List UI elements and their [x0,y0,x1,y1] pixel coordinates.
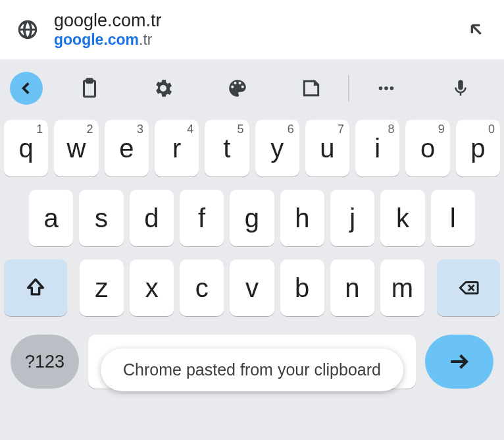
key-j[interactable]: j [330,190,374,246]
globe-icon [13,18,42,41]
sticker-button[interactable] [274,59,348,117]
key-u[interactable]: u7 [305,120,349,177]
omnibox-suggestion-row[interactable]: google.com.tr google.com.tr [0,0,504,59]
svg-point-3 [385,86,389,90]
key-g[interactable]: g [230,190,274,246]
key-t[interactable]: t5 [205,120,249,177]
key-s[interactable]: s [79,190,123,246]
key-row-3: z x c v b n m [4,260,500,316]
suggestion-url: google.com.tr [54,31,462,49]
key-l[interactable]: l [431,190,475,246]
enter-key[interactable] [425,335,493,389]
toolbar-collapse-button[interactable] [10,72,43,105]
key-n[interactable]: n [330,260,374,316]
settings-button[interactable] [126,59,200,117]
key-w[interactable]: w2 [54,120,98,177]
key-o[interactable]: o9 [405,120,449,177]
key-c[interactable]: c [180,260,224,316]
key-v[interactable]: v [230,260,274,316]
more-button[interactable] [349,59,423,117]
backspace-key[interactable] [437,260,500,316]
keyboard-rows: q1 w2 e3 r4 t5 y6 u7 i8 o9 p0 a s d f g … [0,117,504,440]
key-e[interactable]: e3 [105,120,149,177]
voice-input-button[interactable] [424,59,497,117]
svg-point-2 [379,86,383,90]
key-row-2: a s d f g h j k l [4,190,500,246]
shift-key[interactable] [4,260,67,316]
key-x[interactable]: x [130,260,174,316]
svg-point-4 [390,86,394,90]
clipboard-button[interactable] [53,59,126,117]
symbols-key[interactable]: ?123 [11,335,79,389]
key-p[interactable]: p0 [456,120,500,177]
key-y[interactable]: y6 [255,120,299,177]
suggestion-text: google.com.tr google.com.tr [42,11,462,49]
suggestion-title: google.com.tr [54,11,462,31]
key-i[interactable]: i8 [355,120,399,177]
key-r[interactable]: r4 [155,120,199,177]
key-m[interactable]: m [380,260,424,316]
keyboard-toolbar [0,59,504,117]
key-q[interactable]: q1 [4,120,48,177]
virtual-keyboard: q1 w2 e3 r4 t5 y6 u7 i8 o9 p0 a s d f g … [0,59,504,440]
clipboard-toast: Chrome pasted from your clipboard [101,348,403,391]
key-f[interactable]: f [180,190,224,246]
key-b[interactable]: b [280,260,324,316]
insert-suggestion-icon[interactable] [462,19,491,40]
key-row-1: q1 w2 e3 r4 t5 y6 u7 i8 o9 p0 [4,120,500,177]
theme-button[interactable] [201,59,274,117]
key-z[interactable]: z [80,260,124,316]
key-a[interactable]: a [29,190,73,246]
key-k[interactable]: k [380,190,424,246]
key-h[interactable]: h [280,190,324,246]
key-d[interactable]: d [130,190,174,246]
